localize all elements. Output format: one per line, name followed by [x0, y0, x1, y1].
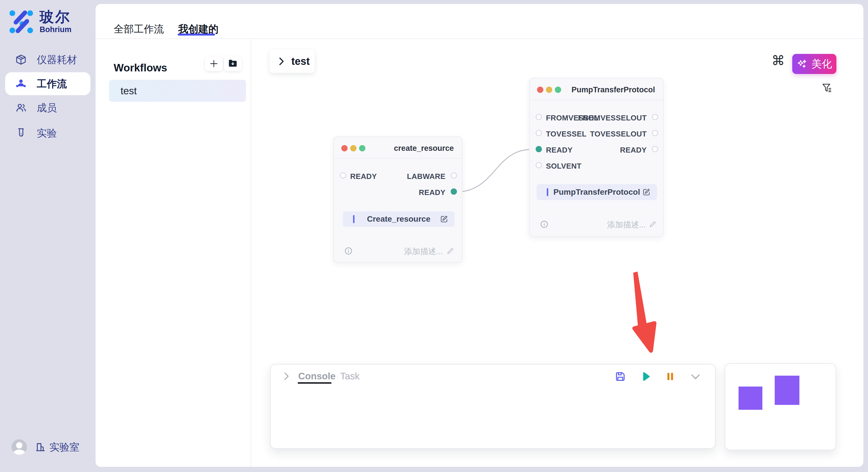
pause-icon[interactable] [665, 371, 675, 382]
sidebar-item-workflows[interactable]: 工作流 [5, 72, 90, 95]
info-icon[interactable] [540, 220, 549, 229]
test-tube-icon [15, 127, 27, 139]
bohrium-logo-icon [9, 9, 34, 34]
sidebar-menu: 仪器耗材 工作流 成员 [0, 47, 96, 146]
lab-switcher[interactable]: 实验室 [35, 440, 80, 454]
plus-icon [209, 59, 219, 69]
workflow-list-item-test[interactable]: test [109, 80, 246, 102]
input-port-tovessel[interactable] [536, 130, 542, 136]
beautify-button[interactable]: 美化 [792, 54, 836, 74]
folder-download-icon [228, 59, 238, 69]
node-action-pill[interactable]: PumpTransferProtocol [536, 184, 657, 200]
input-port-ready-connected[interactable] [536, 146, 542, 152]
tab-all-workflows[interactable]: 全部工作流 [114, 22, 164, 36]
node-pump-transfer-protocol[interactable]: PumpTransferProtocol FROMVESSEL FROMVESS… [529, 78, 663, 237]
input-port-fromvessel[interactable] [536, 114, 542, 120]
user-avatar[interactable] [11, 439, 27, 455]
workflow-item-label: test [121, 85, 136, 97]
filter-icon[interactable] [822, 83, 832, 94]
sidebar: 玻尔 Bohrium 仪器耗材 工作流 [0, 0, 96, 472]
output-port-tovesselout[interactable] [652, 130, 658, 136]
command-icon[interactable]: ⌘ [772, 54, 785, 67]
workflow-list-panel: Workflows test [96, 40, 251, 467]
chevron-right-icon [278, 57, 285, 66]
description-placeholder[interactable]: 添加描述... [607, 220, 646, 230]
port-label: READY [350, 172, 377, 181]
app-logo: 玻尔 Bohrium [9, 9, 71, 34]
workflows-heading: Workflows [114, 62, 167, 74]
tab-task[interactable]: Task [340, 371, 360, 382]
output-port-ready-connected[interactable] [451, 189, 457, 195]
pill-accent-bar [547, 188, 548, 196]
app-subtitle: Bohrium [40, 25, 71, 34]
traffic-dots-icon [537, 87, 561, 93]
red-arrow-annotation [626, 268, 663, 359]
members-icon [15, 102, 27, 114]
pencil-icon[interactable] [446, 247, 454, 255]
port-label: SOLVENT [546, 162, 582, 171]
sidebar-item-label: 工作流 [37, 77, 67, 91]
traffic-dots-icon [341, 145, 365, 151]
node-create-resource[interactable]: create_resource READY LABWARE READY Crea… [333, 136, 462, 263]
output-port-labware[interactable] [451, 172, 457, 179]
pill-accent-bar [353, 215, 354, 223]
edit-icon[interactable] [642, 188, 651, 196]
port-label: TOVESSELOUT [590, 130, 647, 138]
port-label: READY [419, 188, 445, 197]
breadcrumb-label: test [291, 55, 310, 67]
pill-label: PumpTransferProtocol [536, 188, 657, 197]
sidebar-item-label: 成员 [37, 101, 57, 115]
sidebar-item-label: 仪器耗材 [37, 53, 77, 67]
info-icon[interactable] [344, 247, 353, 255]
pill-label: Create_resource [343, 214, 455, 224]
run-icon[interactable] [640, 371, 651, 382]
output-port-ready[interactable] [652, 146, 658, 152]
sidebar-item-label: 实验 [37, 127, 57, 140]
minimap-panel[interactable] [725, 363, 836, 450]
building-icon [35, 442, 46, 452]
console-panel: Console Task [270, 364, 716, 449]
app-title: 玻尔 [40, 9, 71, 25]
active-tab-underline [178, 34, 215, 36]
beautify-label: 美化 [811, 57, 832, 71]
package-icon [15, 54, 27, 66]
save-icon[interactable] [615, 371, 626, 382]
import-workflow-button[interactable] [224, 56, 242, 71]
edit-icon[interactable] [440, 215, 448, 224]
sparkles-icon [797, 59, 807, 69]
input-port-solvent[interactable] [536, 162, 542, 168]
output-port-fromvesselout[interactable] [652, 114, 658, 120]
lab-label: 实验室 [50, 440, 80, 454]
node-header: create_resource [334, 137, 462, 159]
sidebar-item-instruments[interactable]: 仪器耗材 [0, 47, 96, 72]
description-placeholder[interactable]: 添加描述... [404, 246, 443, 257]
console-expand-icon[interactable] [282, 371, 290, 381]
port-label: FROMVESSELOUT [578, 113, 647, 123]
node-action-pill[interactable]: Create_resource [343, 211, 455, 227]
port-label: LABWARE [407, 172, 445, 181]
minimap-node [775, 376, 799, 405]
input-port-ready[interactable] [340, 172, 346, 179]
node-title: PumpTransferProtocol [571, 86, 655, 94]
sidebar-item-experiments[interactable]: 实验 [0, 121, 96, 146]
breadcrumb[interactable]: test [270, 49, 315, 73]
collapse-icon[interactable] [689, 370, 702, 383]
minimap-node [739, 386, 763, 410]
port-label: TOVESSEL [546, 130, 586, 138]
port-label: READY [546, 146, 572, 155]
port-label: READY [620, 146, 647, 155]
tab-console[interactable]: Console [298, 371, 336, 382]
add-workflow-button[interactable] [205, 56, 223, 71]
node-title: create_resource [394, 144, 454, 153]
node-header: PumpTransferProtocol [530, 78, 663, 100]
console-tab-underline [298, 382, 332, 384]
top-tabs: 全部工作流 我创建的 [96, 4, 863, 39]
sidebar-item-members[interactable]: 成员 [0, 95, 96, 121]
pencil-icon[interactable] [649, 220, 657, 228]
workflow-person-icon [15, 78, 27, 90]
